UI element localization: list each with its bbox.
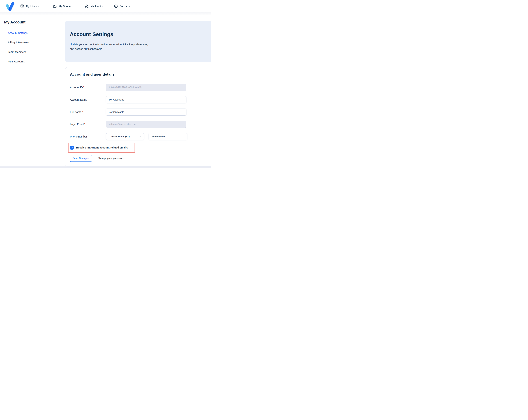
page-header-panel: Account Settings Update your account inf… — [65, 21, 211, 62]
nav-item-my-audits[interactable]: My Audits — [85, 0, 103, 12]
nav-item-partners[interactable]: Partners — [114, 0, 130, 12]
change-password-link[interactable]: Change your password — [97, 155, 124, 162]
sidebar-item-label: Account Settings — [8, 32, 27, 35]
phone-number-label: Phone number* — [70, 133, 89, 140]
account-details-card: Account and user details Account ID* Acc… — [65, 67, 211, 167]
top-navigation-bar: My Licenses My Services My Audits Partne… — [0, 0, 211, 12]
country-code-value: United States (+1) — [110, 135, 130, 138]
required-asterisk: * — [83, 86, 84, 88]
full-name-field[interactable] — [106, 108, 186, 116]
account-emails-checkbox[interactable] — [70, 146, 74, 150]
chevron-down-icon — [139, 135, 142, 138]
sidebar-item-billing-payments[interactable]: Billing & Payments — [4, 39, 62, 49]
required-asterisk: * — [82, 110, 83, 113]
browser-cursor-icon — [20, 4, 24, 8]
nav-item-label: My Services — [59, 5, 73, 8]
account-id-label: Account ID* — [70, 84, 84, 91]
required-asterisk: * — [84, 123, 85, 125]
sidebar-item-team-members[interactable]: Team Members — [4, 49, 62, 58]
country-code-select[interactable]: United States (+1) — [106, 133, 144, 140]
account-id-field[interactable] — [106, 84, 186, 91]
accessibe-logo[interactable] — [5, 2, 15, 11]
logo-checkmark-icon — [5, 2, 15, 11]
sidebar-item-label: Team Members — [8, 50, 26, 54]
required-asterisk: * — [88, 98, 89, 101]
sidebar-menu: Account Settings Billing & Payments Team… — [4, 30, 62, 68]
account-name-label: Account Name* — [70, 96, 89, 103]
sidebar-item-account-settings[interactable]: Account Settings — [4, 30, 62, 39]
page-bottom-strip — [0, 167, 211, 168]
nav-item-label: My Licenses — [26, 5, 41, 8]
required-asterisk: * — [88, 135, 89, 138]
folder-document-icon — [53, 4, 57, 8]
audit-mark-icon — [85, 4, 89, 8]
page-subtitle-line1: Update your account information, set ema… — [70, 42, 148, 47]
nav-item-my-services[interactable]: My Services — [53, 0, 73, 12]
login-email-label: Login Email* — [70, 121, 85, 128]
star-circle-icon — [114, 4, 118, 8]
page-subtitle-line2: and access our licences API. — [70, 47, 148, 51]
nav-shadow-gradient — [0, 12, 211, 16]
annotation-highlight-box: Receive important account-related emails — [68, 143, 135, 153]
login-email-field[interactable] — [106, 121, 186, 128]
save-changes-button[interactable]: Save Changes — [70, 155, 92, 162]
checkbox-label: Receive important account-related emails — [76, 146, 128, 149]
active-indicator-bar — [4, 30, 4, 37]
sidebar-item-label: Multi Accounts — [8, 60, 25, 63]
page-title: Account Settings — [70, 31, 113, 37]
page-subtitle: Update your account information, set ema… — [70, 42, 148, 51]
sidebar-item-label: Billing & Payments — [8, 41, 30, 44]
nav-item-my-licenses[interactable]: My Licenses — [20, 0, 41, 12]
sidebar-title: My Account — [4, 20, 26, 24]
nav-item-label: Partners — [120, 5, 130, 8]
checkmark-icon — [71, 146, 73, 149]
account-name-field[interactable] — [106, 96, 186, 103]
nav-item-label: My Audits — [90, 5, 103, 8]
full-name-label: Full name* — [70, 108, 83, 116]
sidebar-item-multi-accounts[interactable]: Multi Accounts — [4, 58, 62, 68]
section-title: Account and user details — [70, 72, 115, 76]
phone-number-field[interactable] — [149, 133, 187, 140]
